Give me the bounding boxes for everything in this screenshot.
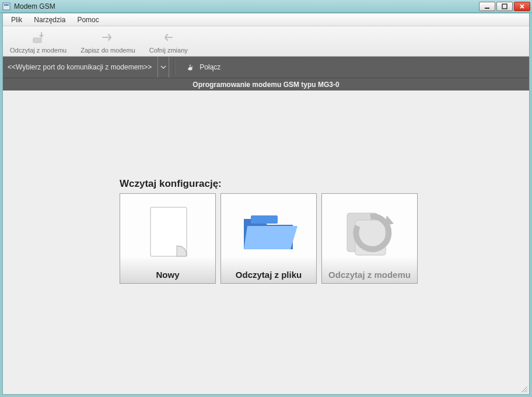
maximize-icon (502, 4, 508, 9)
card-new[interactable]: Nowy (120, 193, 216, 284)
minimize-button[interactable] (479, 2, 495, 11)
menu-tools[interactable]: Narzędzia (28, 14, 71, 26)
card-file-label: Odczytaj z pliku (236, 270, 302, 280)
menubar: Plik Narzędzia Pomoc (3, 13, 529, 26)
svg-line-13 (526, 391, 527, 392)
svg-rect-1 (4, 4, 9, 6)
maximize-button[interactable] (496, 2, 513, 11)
card-row: Nowy Odczytaj z pliku (120, 193, 423, 284)
app-window: Modem GSM Plik Narzędzia Pomoc (0, 0, 532, 397)
load-heading: Wczytaj konfigurację: (120, 178, 423, 190)
document-icon (120, 194, 215, 270)
chevron-down-icon (160, 64, 166, 70)
close-icon (519, 4, 525, 9)
content-area: Wczytaj konfigurację: Nowy (3, 90, 529, 394)
toolbar-write-label: Zapisz do modemu (80, 47, 135, 54)
svg-rect-3 (502, 4, 507, 9)
client-area: Plik Narzędzia Pomoc Odczytaj z modemu Z… (2, 13, 530, 395)
svg-line-6 (191, 67, 192, 68)
subtitle-bar: Oprogramowanie modemu GSM typu MG3-0 (3, 78, 529, 90)
svg-line-5 (190, 65, 191, 66)
folder-open-icon (221, 194, 316, 270)
toolbar-undo-button[interactable]: Cofnij zmiany (146, 28, 191, 55)
toolbar-write-to-modem-button[interactable]: Zapisz do modemu (77, 28, 139, 55)
close-button[interactable] (514, 2, 530, 11)
load-configuration-panel: Wczytaj konfigurację: Nowy (120, 178, 423, 284)
svg-rect-8 (251, 215, 278, 224)
card-new-label: Nowy (156, 270, 179, 280)
menu-help[interactable]: Pomoc (71, 14, 104, 26)
resize-grip[interactable] (520, 385, 528, 393)
port-select[interactable]: <<Wybierz port do komunikacji z modemem>… (8, 57, 158, 78)
port-select-text: <<Wybierz port do komunikacji z modemem>… (8, 63, 158, 71)
subtitle-text: Oprogramowanie modemu GSM typu MG3-0 (192, 81, 339, 89)
connect-button[interactable]: Połącz (180, 60, 226, 75)
communication-bar: <<Wybierz port do komunikacji z modemem>… (3, 57, 529, 78)
refresh-from-device-icon (322, 194, 417, 270)
window-title: Modem GSM (14, 2, 479, 11)
toolbar-read-label: Odczytaj z modemu (10, 47, 66, 54)
connect-label: Połącz (200, 63, 220, 71)
minimize-icon (484, 4, 490, 9)
upload-icon (100, 29, 116, 46)
card-modem-label: Odczytaj z modemu (328, 270, 411, 280)
app-icon (2, 2, 11, 11)
menu-file[interactable]: Plik (5, 14, 28, 26)
svg-rect-2 (485, 8, 489, 9)
port-dropdown-button[interactable] (158, 57, 169, 78)
download-icon (31, 29, 46, 46)
card-read-from-file[interactable]: Odczytaj z pliku (220, 193, 317, 284)
titlebar: Modem GSM (0, 0, 532, 13)
plug-icon (186, 62, 195, 73)
svg-rect-4 (33, 38, 41, 43)
toolbar-undo-label: Cofnij zmiany (149, 47, 188, 54)
undo-icon (162, 29, 176, 46)
card-read-from-modem: Odczytaj z modemu (321, 193, 418, 284)
toolbar-read-from-modem-button[interactable]: Odczytaj z modemu (6, 28, 70, 55)
svg-rect-0 (3, 3, 10, 10)
toolbar: Odczytaj z modemu Zapisz do modemu Cofni… (3, 26, 529, 57)
window-controls (479, 2, 530, 11)
separator (174, 59, 175, 75)
